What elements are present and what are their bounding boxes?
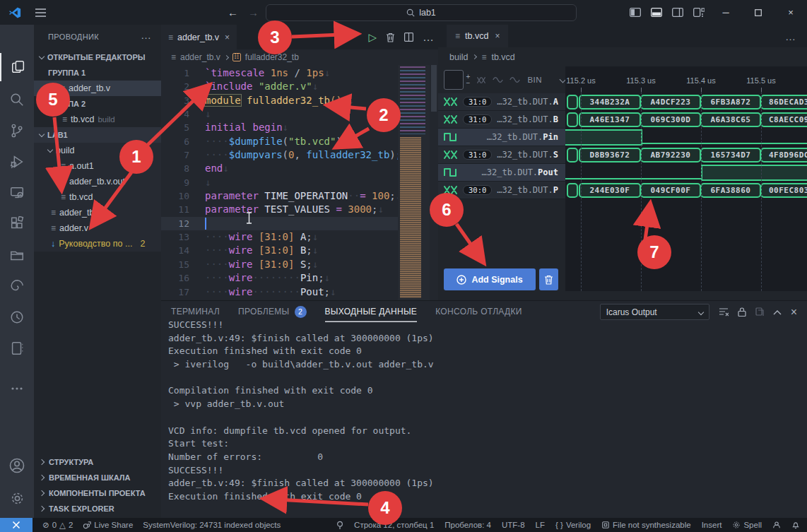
indentation[interactable]: Пробелов: 4 [444,521,491,529]
settings-gear-icon[interactable] [0,484,34,512]
source-control-icon[interactable] [0,117,34,145]
tree-item-a.out1[interactable]: ≡a.out1 [34,158,161,174]
account-icon[interactable] [0,451,34,480]
close-icon[interactable]: × [495,31,500,41]
remove-signals-button[interactable] [539,268,558,290]
tree-item-adder_tb.v[interactable]: ≡adder_tb.v [34,205,161,220]
tree-item-adder_tb.v.out[interactable]: ≡adder_tb.v.out [34,174,161,189]
run-play-icon[interactable]: ▷ [368,31,377,44]
run-debug-icon[interactable] [0,148,34,176]
section-task-explorer[interactable]: TASK EXPLORER [34,501,161,516]
tree-item--...[interactable]: ↓Руководство по ...2 [34,236,161,252]
sidebar-more-icon[interactable]: … [141,29,151,41]
toggle-secondary-sidebar-icon[interactable] [672,8,683,17]
tree-item-tb.vcd[interactable]: ≡tb.vcd [34,189,161,205]
tree-item-adder.v[interactable]: ≡adder.v [34,220,161,236]
clear-output-icon[interactable] [719,307,729,317]
synthesis-status[interactable]: File not synthesizable [601,521,691,529]
clock-extension-icon[interactable] [0,303,34,331]
toggle-sidebar-icon[interactable] [630,8,641,17]
tree-item-tb.vcd[interactable]: ≡tb.vcdbuild [34,112,161,127]
open-in-editor-icon[interactable] [755,307,764,317]
encoding[interactable]: UTF-8 [502,521,525,529]
extensions-icon[interactable] [0,210,34,238]
close-button[interactable]: × [774,0,807,25]
signal-b[interactable]: 31:0…32_tb.DUT.B [438,111,565,129]
tree-item-build[interactable]: build [34,143,161,158]
eol[interactable]: LF [536,521,545,529]
signal-pin[interactable]: …32_tb.DUT.Pin [438,129,565,146]
signal-a[interactable]: 31:0…32_tb.DUT.A [438,93,565,111]
tree-item--2[interactable]: ГРУППА 2 [34,96,161,112]
breadcrumb-file[interactable]: adder_tb.v [180,52,220,62]
radix-select[interactable]: BIN [527,76,542,84]
explorer-icon[interactable] [0,53,35,81]
tree-item--1[interactable]: ГРУППА 1 [34,65,161,81]
spell-checker[interactable]: Spell [732,521,762,529]
live-share-button[interactable]: Live Share [83,521,133,529]
waveform-area[interactable]: 115.2 us115.3 us115.4 us115.5 us 344B232… [565,66,807,291]
signal-p[interactable]: 30:0…32_tb.DUT.P [438,182,565,199]
section-структура[interactable]: СТРУКТУРА [34,454,161,470]
breadcrumb-symbol[interactable]: fulladder32_tb [245,52,299,62]
analog-wave-icon[interactable] [493,76,503,83]
nav-back-icon[interactable]: ← [228,6,238,18]
ports-icon[interactable] [336,521,343,530]
section-компоненты-проекта[interactable]: КОМПОНЕНТЫ ПРОЕКТА [34,485,161,501]
tab-adder-tb-v[interactable]: ≡ adder_tb.v × [161,25,237,49]
command-search-input[interactable]: lab1 [266,4,577,21]
editor-more-icon[interactable]: … [423,31,434,44]
indexer-status[interactable]: SystemVerilog: 24731 indexed objects [143,521,281,529]
wave-more-icon[interactable]: … [785,30,796,42]
insert-mode[interactable]: Insert [702,521,722,529]
language-mode[interactable]: { }Verilog [555,521,591,529]
spiral-extension-icon[interactable] [0,272,34,300]
breadcrumb-file[interactable]: tb.vcd [491,52,514,62]
bus-format-icon[interactable] [476,77,486,83]
wave-row-pin [565,129,807,146]
code-editor[interactable]: 1`timescale 1ns / 1ps↓2`include "adder.v… [161,65,438,300]
bell-icon[interactable] [791,521,800,529]
split-editor-icon[interactable] [404,32,413,42]
minimize-button[interactable]: ─ [709,0,742,25]
section-временная-шкала[interactable]: ВРЕМЕННАЯ ШКАЛА [34,470,161,485]
color-swatch[interactable] [444,70,464,90]
output-channel-select[interactable]: Icarus Output [600,304,709,320]
bit-signal-icon [444,168,456,177]
project-folder-icon[interactable] [0,241,34,269]
problems-status[interactable]: ⊘0△2 [42,520,73,530]
more-actions-icon[interactable] [0,374,34,403]
cursor-position[interactable]: Строка 12, столбец 1 [354,521,434,529]
zoom-minus-icon[interactable]: − [466,80,471,86]
add-signals-button[interactable]: Add Signals [444,268,536,290]
remote-indicator[interactable] [0,518,33,532]
tree-item--[interactable]: ОТКРЫТЫЕ РЕДАКТОРЫ [34,49,161,65]
search-icon[interactable] [0,85,34,114]
customize-layout-icon[interactable] [693,8,705,17]
maximize-panel-icon[interactable] [773,309,782,315]
analog-wave2-icon[interactable] [509,76,520,83]
close-panel-icon[interactable]: × [791,306,797,319]
editor-scrollbar[interactable] [430,65,438,300]
breadcrumb-folder[interactable]: build [449,52,468,62]
trash-icon[interactable] [386,32,395,42]
maximize-button[interactable] [742,0,774,25]
tree-item-lab1[interactable]: LAB1 [34,127,161,143]
feedback-icon[interactable] [772,521,781,529]
tree-item-adder_tb.v[interactable]: ≡adder_tb.v [34,81,161,96]
notebook-extension-icon[interactable] [0,334,34,362]
lock-icon[interactable] [738,307,746,317]
remote-explorer-icon[interactable] [0,179,34,207]
terminal-output[interactable]: SUCCESS!!!adder_tb.v:49: $finish called … [168,319,797,516]
download-icon: ↓ [51,239,55,249]
toggle-panel-icon[interactable] [651,8,662,17]
menu-icon[interactable] [35,8,46,17]
breadcrumb[interactable]: ≡ adder_tb.v ⠿ fulladder32_tb [161,49,438,65]
signal-s[interactable]: 31:0…32_tb.DUT.S [438,146,565,164]
nav-forward-icon[interactable]: → [248,6,259,18]
signal-pout[interactable]: …32_tb.DUT.Pout [438,164,565,182]
close-icon[interactable]: × [225,32,230,42]
tab-tb-vcd[interactable]: ≡ tb.vcd × [447,25,508,47]
minimap[interactable] [398,65,430,300]
wave-breadcrumb[interactable]: build ≡ tb.vcd [438,47,807,66]
